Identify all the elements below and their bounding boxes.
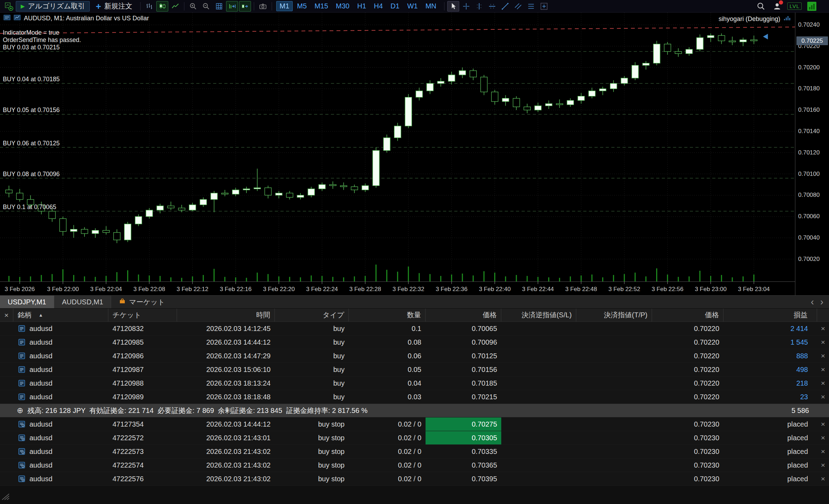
header-profit[interactable]: 損益 [723,309,817,322]
price-label: 0.70240 [798,21,820,28]
timeframe-h1[interactable]: H1 [354,1,370,11]
svg-text:OrderSendTime has passed.: OrderSendTime has passed. [3,36,81,43]
tab-audusd-m1[interactable]: AUDUSD,M1 [54,296,111,308]
header-price[interactable]: 価格 [426,309,501,322]
camera-icon[interactable] [257,1,269,12]
header-current-price[interactable]: 価格 [652,309,723,322]
price-axis[interactable]: 0.702400.702200.702000.701800.701600.701… [795,13,829,295]
resize-grip-icon[interactable] [1,493,11,502]
cell-sl [501,390,576,403]
delete-order-button[interactable]: × [817,458,829,472]
user-account-icon[interactable] [773,2,782,11]
timeframe-h4[interactable]: H4 [371,1,387,11]
svg-text:3 Feb 22:16: 3 Feb 22:16 [220,286,252,292]
grid-icon[interactable] [213,1,225,12]
order-row[interactable]: audusd472225762026.02.03 21:43:02buy sto… [0,472,829,486]
close-toolbox-button[interactable]: × [0,309,13,322]
new-order-button[interactable]: + 新規注文 [91,1,137,12]
position-row[interactable]: audusd471209852026.02.03 14:44:12buy0.08… [0,336,829,349]
position-row[interactable]: audusd471208322026.02.03 14:12:45buy0.10… [0,322,829,336]
timeframe-m1[interactable]: M1 [276,1,293,11]
close-position-button[interactable]: × [817,390,829,403]
header-symbol[interactable]: 銘柄 ▲ [13,309,108,322]
candlestick-chart[interactable]: 3 Feb 20263 Feb 22:003 Feb 22:043 Feb 22… [0,13,795,295]
timeframe-m30[interactable]: M30 [332,1,353,11]
cell-symbol: audusd [13,377,108,390]
price-label: 0.70080 [798,192,820,199]
cell-tp [576,349,652,363]
svg-text:3 Feb 22:24: 3 Feb 22:24 [306,286,338,292]
play-icon: ▶ [21,4,25,9]
new-chart-icon[interactable] [3,1,15,12]
line-chart-icon[interactable] [169,1,181,12]
one-click-trading-icon[interactable] [14,14,21,23]
tab-scroll-right[interactable]: › [820,297,823,308]
header-ticket[interactable]: チケット [108,309,177,322]
zoom-in-icon[interactable] [187,1,199,12]
cell-price: 0.70065 [426,322,501,335]
delete-order-button[interactable]: × [817,431,829,444]
trendline-tool-icon[interactable] [499,1,511,12]
vertical-line-tool-icon[interactable] [473,1,485,12]
depth-of-market-icon[interactable] [4,14,11,23]
search-icon[interactable] [755,1,767,12]
add-object-icon[interactable] [538,1,550,12]
header-spacer [817,309,829,322]
cell-sl [501,458,576,472]
cell-price: 0.70125 [426,349,501,363]
horizontal-line-tool-icon[interactable] [486,1,498,12]
delete-order-button[interactable]: × [817,472,829,485]
tab-market[interactable]: マーケット [111,296,172,308]
timeframe-m15[interactable]: M15 [311,1,332,11]
header-type[interactable]: タイプ [275,309,349,322]
timeframe-m5[interactable]: M5 [293,1,310,11]
header-volume[interactable]: 数量 [349,309,426,322]
lvl-icon[interactable]: LVL [787,2,802,10]
close-position-button[interactable]: × [817,363,829,376]
balance-plus-icon[interactable]: ⊕ [17,407,23,414]
chart-area[interactable]: 3 Feb 20263 Feb 22:003 Feb 22:043 Feb 22… [0,13,829,295]
bars-chart-icon[interactable] [143,1,155,12]
lines-menu-icon[interactable] [525,1,537,12]
order-row[interactable]: audusd472225722026.02.03 21:43:01buy sto… [0,431,829,445]
auto-scroll-icon[interactable] [239,1,251,12]
close-position-button[interactable]: × [817,349,829,363]
order-row[interactable]: audusd472225742026.02.03 21:43:02buy sto… [0,458,829,472]
order-row[interactable]: audusd471273542026.02.03 14:44:12buy sto… [0,417,829,431]
cell-ticket: 47222574 [108,458,177,472]
delete-order-button[interactable]: × [817,445,829,458]
header-time[interactable]: 時間 [177,309,275,322]
position-row[interactable]: audusd471209872026.02.03 15:06:10buy0.05… [0,363,829,377]
chart-shift-icon[interactable] [226,1,238,12]
close-position-button[interactable]: × [817,377,829,390]
position-row[interactable]: audusd471209882026.02.03 18:13:24buy0.04… [0,377,829,390]
price-label: 0.70060 [798,213,820,220]
cell-current-price: 0.70230 [652,472,723,485]
order-row[interactable]: audusd472225732026.02.03 21:43:02buy sto… [0,445,829,458]
header-sl[interactable]: 決済逆指値(S/L) [501,309,576,322]
candlestick-chart-icon[interactable] [156,1,168,12]
tab-scroll-left[interactable]: ‹ [811,297,814,308]
header-tp[interactable]: 決済指値(T/P) [576,309,652,322]
position-row[interactable]: audusd471209892026.02.03 18:18:48buy0.03… [0,390,829,404]
close-position-button[interactable]: × [817,336,829,349]
cell-volume: 0.08 [349,336,426,349]
position-row[interactable]: audusd471209862026.02.03 14:47:29buy0.06… [0,349,829,363]
timeframe-d1[interactable]: D1 [387,1,403,11]
cell-ticket: 47222572 [108,431,177,444]
timeframe-w1[interactable]: W1 [404,1,421,11]
symbol-text: audusd [29,420,53,428]
position-icon [18,352,26,360]
close-position-button[interactable]: × [817,322,829,335]
crosshair-icon[interactable] [460,1,472,12]
timeframe-mn[interactable]: MN [422,1,440,11]
toolbar-right-group: LVL [755,1,816,12]
delete-order-button[interactable]: × [817,417,829,431]
zoom-out-icon[interactable] [200,1,212,12]
channel-tool-icon[interactable] [512,1,524,12]
tab-usdjpy-m1[interactable]: USDJPY,M1 [0,296,54,308]
algo-trading-button[interactable]: ▶ アルゴリズム取引 [16,1,90,12]
cursor-icon[interactable] [447,1,459,12]
cell-sl [501,431,576,444]
expert-advisor-icon[interactable] [783,15,791,23]
